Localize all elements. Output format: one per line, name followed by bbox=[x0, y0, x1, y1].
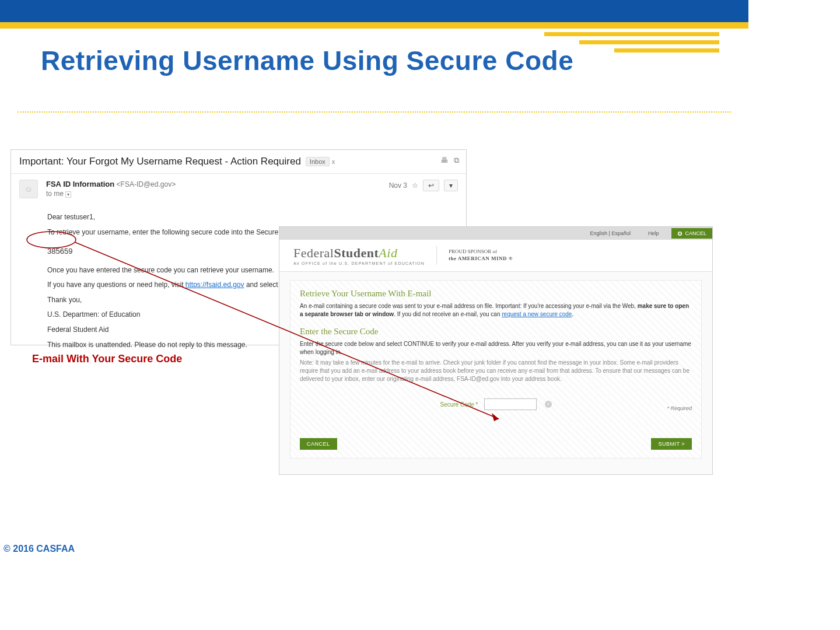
star-icon[interactable]: ☆ bbox=[412, 181, 418, 190]
fsa-panel: English | Español Help CANCEL FederalStu… bbox=[279, 226, 713, 475]
request-new-code-link[interactable]: request a new secure code bbox=[502, 311, 572, 317]
secure-code-label: Secure Code * bbox=[440, 401, 478, 408]
topbar-cancel-label: CANCEL bbox=[685, 230, 706, 236]
brand-logo: FederalStudentAid bbox=[293, 246, 425, 261]
fsa-topbar: English | Español Help CANCEL bbox=[279, 227, 712, 240]
lang-switch[interactable]: English | Español bbox=[586, 230, 635, 236]
footer-copyright: © 2016 CASFAA bbox=[4, 544, 75, 554]
avatar: ☺ bbox=[19, 180, 38, 198]
help-icon[interactable]: ? bbox=[545, 401, 552, 408]
submit-button[interactable]: SUBMIT > bbox=[651, 438, 692, 450]
to-line: to me bbox=[46, 190, 64, 198]
help-link-top[interactable]: Help bbox=[643, 230, 664, 236]
brand-divider bbox=[436, 246, 437, 265]
inbox-close-icon[interactable]: x bbox=[332, 158, 335, 165]
from-addr: <FSA-ID@ed.gov> bbox=[117, 180, 176, 188]
secure-code-field-row: Secure Code * ? bbox=[300, 398, 692, 410]
secure-code-input[interactable] bbox=[484, 398, 537, 410]
section1-b: . If you did not receive an e-mail, you … bbox=[394, 311, 502, 317]
topbar-cancel-button[interactable]: CANCEL bbox=[671, 228, 712, 239]
inbox-tag[interactable]: Inbox bbox=[306, 157, 330, 166]
header-yellow-bar bbox=[0, 22, 748, 29]
popout-icon[interactable]: ⧉ bbox=[454, 156, 459, 165]
email-subject: Important: Your Forgot My Username Reque… bbox=[19, 156, 301, 167]
required-note: * Required bbox=[667, 405, 692, 411]
email-date: Nov 3 bbox=[389, 181, 407, 190]
help-link[interactable]: https://fsaid.ed.gov bbox=[186, 281, 244, 289]
reply-button[interactable]: ↩ bbox=[423, 180, 439, 191]
section2-title: Enter the Secure Code bbox=[300, 327, 692, 337]
section2-p2: Note: It may take a few minutes for the … bbox=[300, 359, 692, 383]
section2-p1: Enter the secure code below and select C… bbox=[300, 340, 692, 356]
from-name: FSA ID Information bbox=[46, 180, 114, 188]
dropdown-icon[interactable]: ▾ bbox=[65, 191, 71, 198]
email-header: Important: Your Forgot My Username Reque… bbox=[11, 150, 466, 174]
more-button[interactable]: ▾ bbox=[444, 180, 458, 191]
cancel-button[interactable]: CANCEL bbox=[300, 438, 337, 450]
body-line3a: If you have any questions or need help, … bbox=[47, 281, 186, 289]
secure-code-value: 385659 bbox=[47, 244, 72, 258]
greeting: Dear testuser1, bbox=[47, 211, 458, 224]
divider-dotted bbox=[18, 111, 731, 113]
section1-a: An e-mail containing a secure code was s… bbox=[300, 303, 638, 309]
email-caption: E-mail With Your Secure Code bbox=[32, 353, 182, 365]
header-blue-bar bbox=[0, 0, 748, 22]
section1-title: Retrieve Your Username With E-mail bbox=[300, 289, 692, 299]
brand-subtitle: An OFFICE of the U.S. DEPARTMENT of EDUC… bbox=[293, 261, 425, 265]
decor-bars bbox=[544, 32, 719, 52]
print-icon[interactable]: 🖶 bbox=[440, 156, 448, 165]
fsa-brand: FederalStudentAid An OFFICE of the U.S. … bbox=[279, 240, 712, 272]
close-icon bbox=[677, 231, 682, 236]
fsa-content: Retrieve Your Username With E-mail An e-… bbox=[290, 280, 702, 459]
sponsor-text: PROUD SPONSOR of the AMERICAN MIND ® bbox=[449, 249, 513, 262]
